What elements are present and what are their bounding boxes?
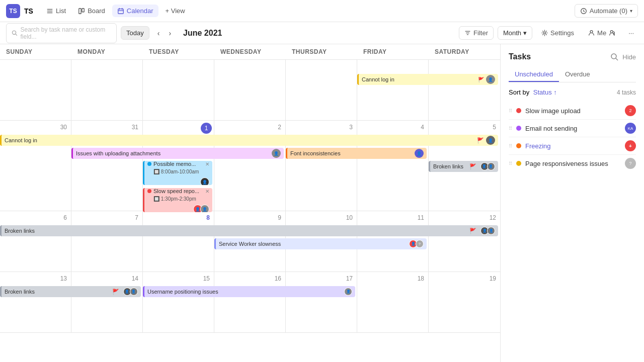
day-cell-16[interactable]: 16 — [214, 272, 286, 332]
svg-line-19 — [616, 58, 618, 60]
day-cell[interactable] — [214, 60, 286, 120]
today-button[interactable]: Today — [121, 26, 149, 40]
svg-point-17 — [610, 31, 613, 33]
prev-month-button[interactable]: ‹ — [153, 27, 164, 40]
event-broken-links-w3[interactable]: Broken links 🚩 👤 👤 — [0, 286, 141, 297]
event-broken-links-w2[interactable]: Broken links 🚩 👤 👤 — [0, 225, 498, 236]
day-number: 8 — [145, 213, 212, 222]
top-right-actions: Automate (0) ▾ — [575, 4, 638, 18]
task-status-dot — [516, 161, 521, 166]
day-cell-18[interactable]: 18 — [357, 272, 429, 332]
day-cell-2[interactable]: 2 — [214, 121, 286, 211]
search-box[interactable]: Search by task name or custom field... — [6, 23, 117, 43]
tab-unscheduled[interactable]: Unscheduled — [509, 67, 559, 82]
day-cell[interactable] — [143, 60, 214, 120]
add-view-btn[interactable]: + View — [160, 5, 190, 17]
svg-rect-4 — [82, 8, 84, 12]
event-title: Broken links — [5, 289, 110, 295]
task-item-1[interactable]: ⠿ Slow image upload 2 — [509, 102, 636, 120]
event-username-positioning[interactable]: Username positioning issues 👤 — [143, 286, 355, 297]
nav-calendar-label: Calendar — [127, 7, 153, 15]
event-cannot-log-in-w0[interactable]: Cannot log in 🚩 👤 — [357, 74, 498, 85]
day-cell-14[interactable]: 14 — [71, 272, 143, 332]
nav-board[interactable]: Board — [73, 5, 110, 17]
more-options-button[interactable]: ··· — [624, 27, 638, 39]
day-cell-friday[interactable] — [357, 60, 429, 120]
day-number: 11 — [359, 213, 426, 222]
automate-button[interactable]: Automate (0) ▾ — [575, 4, 638, 18]
flag-icon: 🚩 — [477, 137, 484, 144]
search-icon[interactable] — [610, 53, 618, 61]
day-number: 18 — [359, 274, 426, 283]
day-cell[interactable] — [286, 60, 357, 120]
chevron-month-icon: ▾ — [523, 29, 527, 37]
day-cell-15[interactable]: 15 — [143, 272, 214, 332]
day-cell-3[interactable]: 3 — [286, 121, 357, 211]
settings-button[interactable]: Settings — [536, 27, 579, 39]
drag-handle-icon: ⠿ — [509, 143, 512, 149]
day-header-monday: Monday — [71, 44, 143, 59]
drag-handle-icon: ⠿ — [509, 161, 512, 166]
event-issues-attachments[interactable]: Issues with uploading attachments 👤 — [71, 148, 284, 159]
event-title: Issues with uploading attachments — [76, 150, 270, 156]
app-icon: TS — [6, 4, 20, 18]
day-header-tuesday: Tuesday — [143, 44, 214, 59]
drag-handle-icon: ⠿ — [509, 108, 512, 114]
me-button[interactable]: Me — [583, 27, 620, 39]
day-cell-saturday[interactable] — [429, 60, 500, 120]
event-avatar: ? — [416, 240, 424, 248]
hide-button[interactable]: Hide — [622, 53, 636, 61]
day-cell-4[interactable]: 4 — [357, 121, 429, 211]
event-avatar: 👤 — [200, 177, 209, 185]
day-number: 16 — [216, 274, 283, 283]
day-cell-8[interactable]: 8 — [143, 211, 214, 272]
day-cell-19[interactable]: 19 — [429, 272, 500, 332]
day-cell[interactable] — [0, 60, 71, 120]
task-item-2[interactable]: ⠿ Email not sending KA — [509, 120, 636, 137]
day-cell-6[interactable]: 6 — [0, 211, 71, 272]
panel-tabs: Unscheduled Overdue — [509, 67, 636, 82]
event-title: Slow speed repo... — [153, 188, 203, 194]
event-broken-links-w1[interactable]: Broken links 🚩 👤 👤 — [429, 161, 498, 172]
task-name-link[interactable]: Freezing — [525, 142, 621, 150]
close-icon: ✕ — [205, 161, 209, 167]
week-row-1: 30 31 1 2 3 4 5 Cannot log in 🚩 👤 — [0, 121, 500, 211]
day-cell-31[interactable]: 31 — [71, 121, 143, 211]
event-font-inconsistencies[interactable]: Font inconsistencies 👤 — [286, 148, 427, 159]
sort-value[interactable]: Status ↑ — [533, 88, 557, 96]
tab-overdue[interactable]: Overdue — [559, 67, 596, 82]
search-icon — [12, 30, 18, 36]
day-cell-17[interactable]: 17 — [286, 272, 357, 332]
day-cell-7[interactable]: 7 — [71, 211, 143, 272]
event-cannot-log-in[interactable]: Cannot log in 🚩 👤 — [0, 135, 498, 146]
task-count: 4 tasks — [617, 89, 636, 96]
svg-line-11 — [16, 34, 17, 36]
nav-calendar[interactable]: Calendar — [112, 5, 158, 17]
task-name: Slow image upload — [525, 107, 621, 115]
panel-header: Tasks Hide — [509, 52, 636, 61]
day-cell-13[interactable]: 13 — [0, 272, 71, 332]
day-cell-12[interactable]: 12 — [429, 211, 500, 272]
day-cell-30[interactable]: 30 — [0, 121, 71, 211]
sort-row: Sort by Status ↑ 4 tasks — [509, 88, 636, 96]
task-avatar: + — [625, 140, 636, 151]
day-cell[interactable] — [71, 60, 143, 120]
nav-list[interactable]: List — [41, 5, 71, 17]
event-avatar: 👤 — [486, 75, 495, 84]
settings-icon — [541, 30, 548, 36]
next-month-button[interactable]: › — [165, 27, 175, 40]
task-item-4[interactable]: ⠿ Page responsiveness issues ? — [509, 155, 636, 172]
day-number: 6 — [2, 213, 69, 222]
filter-button[interactable]: Filter — [459, 26, 494, 40]
task-item-3[interactable]: ⠿ Freezing + — [509, 137, 636, 155]
event-service-worker[interactable]: Service Worker slowness 👤 ? — [214, 238, 427, 249]
event-possible-memory[interactable]: Possible memo... ✕ 🔲 8:00am-10:00am 👤 — [143, 161, 212, 185]
flag-icon: 🚩 — [478, 77, 484, 82]
nav-board-label: Board — [88, 7, 105, 15]
event-slow-speed[interactable]: Slow speed repo... ✕ 🔲 1:30pm-2:30pm 👤 👤 — [143, 188, 212, 212]
month-button[interactable]: Month ▾ — [498, 26, 532, 40]
day-number: 15 — [145, 274, 212, 283]
svg-rect-5 — [118, 9, 124, 14]
event-title: Username positioning issues — [147, 289, 340, 295]
event-title: Cannot log in — [362, 76, 476, 82]
